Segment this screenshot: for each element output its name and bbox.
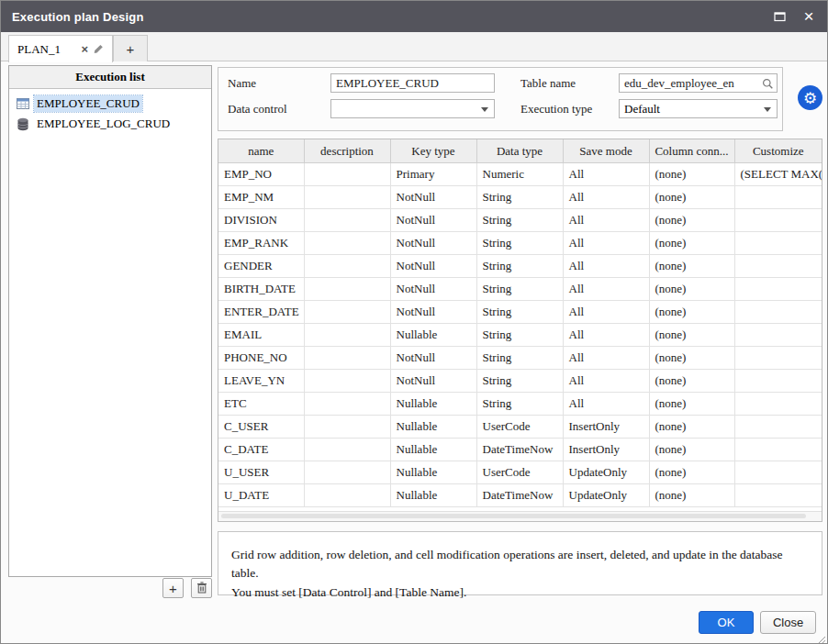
grid-column-header[interactable]: Key type — [390, 139, 476, 163]
grid-cell[interactable]: (none) — [649, 484, 734, 507]
grid-row[interactable]: ENTER_DATENotNullStringAll(none) — [218, 301, 822, 324]
data-control-select[interactable] — [330, 99, 495, 118]
grid-cell[interactable]: Nullable — [390, 393, 476, 416]
horizontal-scrollbar[interactable] — [218, 511, 822, 521]
grid-cell[interactable] — [304, 301, 390, 324]
grid-cell[interactable] — [304, 232, 390, 255]
grid-cell[interactable]: InsertOnly — [563, 416, 649, 439]
grid-cell[interactable]: UserCode — [476, 461, 563, 484]
grid-cell[interactable]: (none) — [649, 163, 734, 186]
grid-column-header[interactable]: Save mode — [563, 139, 649, 163]
grid-cell[interactable]: (none) — [649, 393, 734, 416]
grid-cell[interactable]: ENTER_DATE — [218, 301, 304, 324]
tab-rename-pencil-icon[interactable] — [94, 44, 104, 54]
grid-cell[interactable]: ETC — [218, 393, 304, 416]
grid-cell[interactable]: DateTimeNow — [476, 484, 563, 507]
grid-row[interactable]: U_USERNullableUserCodeUpdateOnly(none) — [218, 461, 822, 484]
grid-cell[interactable]: GENDER — [218, 255, 304, 278]
grid-cell[interactable]: C_USER — [218, 416, 304, 439]
execution-list-item[interactable]: EMPLOYEE_LOG_CRUD — [12, 114, 208, 134]
titlebar[interactable]: Execution plan Design × — [1, 1, 827, 32]
grid-cell[interactable]: All — [563, 370, 649, 393]
grid-cell[interactable]: NotNull — [390, 232, 476, 255]
grid-cell[interactable] — [734, 209, 822, 232]
grid-cell[interactable] — [304, 416, 390, 439]
grid-column-header[interactable]: name — [218, 139, 304, 163]
grid-cell[interactable]: All — [563, 393, 649, 416]
maximize-icon[interactable] — [772, 9, 787, 24]
grid-cell[interactable] — [304, 324, 390, 347]
grid-cell[interactable] — [304, 370, 390, 393]
grid-cell[interactable]: UpdateOnly — [563, 484, 649, 507]
resize-grip[interactable] — [816, 632, 826, 642]
grid-cell[interactable]: (none) — [649, 232, 734, 255]
delete-plan-button[interactable] — [191, 578, 212, 598]
grid-cell[interactable]: DIVISION — [218, 209, 304, 232]
grid-cell[interactable] — [304, 439, 390, 461]
grid-cell[interactable]: NotNull — [390, 301, 476, 324]
grid-cell[interactable]: PHONE_NO — [218, 347, 304, 370]
grid-cell[interactable] — [734, 232, 822, 255]
grid-cell[interactable]: Primary — [390, 163, 476, 186]
grid-cell[interactable]: String — [476, 393, 563, 416]
grid-cell[interactable]: (none) — [649, 209, 734, 232]
grid-cell[interactable]: Nullable — [390, 416, 476, 439]
grid-row[interactable]: EMP_RANKNotNullStringAll(none) — [218, 232, 822, 255]
grid-cell[interactable]: EMP_NO — [218, 163, 304, 186]
grid-cell[interactable] — [304, 393, 390, 416]
grid-cell[interactable]: EMP_RANK — [218, 232, 304, 255]
grid-cell[interactable]: (none) — [649, 186, 734, 209]
grid-cell[interactable] — [734, 324, 822, 347]
name-input[interactable] — [330, 73, 495, 93]
grid-row[interactable]: PHONE_NONotNullStringAll(none) — [218, 347, 822, 370]
grid-cell[interactable]: All — [563, 232, 649, 255]
add-plan-button[interactable]: + — [162, 578, 184, 598]
grid-row[interactable]: C_USERNullableUserCodeInsertOnly(none) — [218, 416, 822, 439]
grid-cell[interactable]: Nullable — [390, 461, 476, 484]
grid-column-header[interactable]: Data type — [476, 139, 563, 163]
grid-cell[interactable]: DateTimeNow — [476, 439, 563, 461]
settings-gear-icon[interactable]: ⚙ — [798, 85, 822, 110]
grid-cell[interactable]: String — [476, 347, 563, 370]
grid-cell[interactable] — [734, 255, 822, 278]
grid-cell[interactable]: (none) — [649, 416, 734, 439]
grid-cell[interactable]: (none) — [649, 439, 734, 461]
grid-cell[interactable] — [304, 163, 390, 186]
grid-cell[interactable]: All — [563, 186, 649, 209]
grid-cell[interactable]: All — [563, 209, 649, 232]
grid-row[interactable]: EMP_NOPrimaryNumericAll(none)(SELECT MAX… — [218, 163, 822, 186]
grid-cell[interactable]: U_USER — [218, 461, 304, 484]
grid-cell[interactable] — [734, 370, 822, 393]
grid-cell[interactable]: String — [476, 370, 563, 393]
grid-cell[interactable]: String — [476, 186, 563, 209]
grid-cell[interactable]: (none) — [649, 255, 734, 278]
grid-cell[interactable]: U_DATE — [218, 484, 304, 507]
grid-cell[interactable]: NotNull — [390, 370, 476, 393]
scrollbar-thumb[interactable] — [221, 514, 806, 518]
grid-cell[interactable]: BIRTH_DATE — [218, 278, 304, 301]
grid-cell[interactable]: UpdateOnly — [563, 461, 649, 484]
grid-cell[interactable]: String — [476, 255, 563, 278]
grid-cell[interactable]: (none) — [649, 278, 734, 301]
grid-row[interactable]: BIRTH_DATENotNullStringAll(none) — [218, 278, 822, 301]
grid-cell[interactable] — [734, 439, 822, 461]
grid-cell[interactable] — [304, 186, 390, 209]
grid-cell[interactable]: Nullable — [390, 439, 476, 461]
grid-row[interactable]: DIVISIONNotNullStringAll(none) — [218, 209, 822, 232]
grid-cell[interactable]: All — [563, 278, 649, 301]
tab-plan-1[interactable]: PLAN_1 × — [8, 35, 113, 62]
grid-cell[interactable]: NotNull — [390, 255, 476, 278]
grid-cell[interactable]: All — [563, 301, 649, 324]
grid-cell[interactable] — [734, 461, 822, 484]
grid-cell[interactable]: (none) — [649, 461, 734, 484]
close-button[interactable]: Close — [760, 611, 816, 634]
grid-cell[interactable]: Numeric — [476, 163, 563, 186]
grid-cell[interactable]: InsertOnly — [563, 439, 649, 461]
grid-cell[interactable]: NotNull — [390, 278, 476, 301]
grid-cell[interactable]: Nullable — [390, 324, 476, 347]
grid-cell[interactable]: String — [476, 232, 563, 255]
grid-cell[interactable] — [304, 484, 390, 507]
grid-cell[interactable] — [304, 209, 390, 232]
grid-cell[interactable] — [734, 278, 822, 301]
grid-cell[interactable]: (none) — [649, 301, 734, 324]
